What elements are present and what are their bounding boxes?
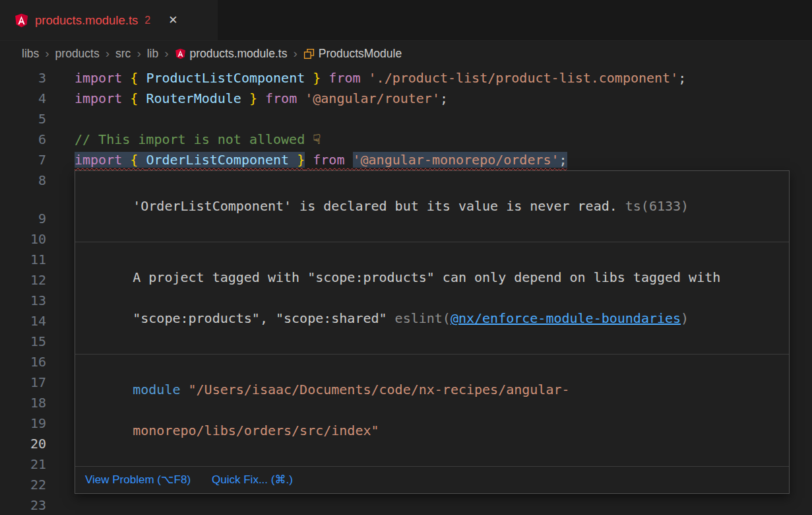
code-token: { — [130, 152, 146, 168]
line-content: // This import is not allowed ☟ — [55, 129, 321, 150]
hover-ts-diagnostic: 'OrderListComponent' is declared but its… — [75, 171, 789, 242]
code-line-3[interactable]: 3import { ProductListComponent } from '.… — [0, 68, 812, 88]
code-token: ; — [678, 70, 686, 86]
lint-rule-link[interactable]: @nx/enforce-module-boundaries — [451, 310, 681, 326]
breadcrumb-item-products[interactable]: products — [55, 47, 100, 61]
code-token — [305, 152, 313, 168]
chevron-right-icon: › — [163, 46, 170, 61]
line-content — [55, 495, 75, 515]
line-content: import { ProductListComponent } from './… — [55, 68, 686, 88]
line-number[interactable]: 6 — [0, 129, 55, 150]
lint-source-prefix: eslint( — [395, 310, 451, 326]
tab-problem-count: 2 — [144, 15, 150, 26]
line-content — [55, 209, 75, 229]
chevron-right-icon: › — [44, 46, 50, 61]
code-token: from — [313, 152, 344, 168]
code-token — [361, 70, 369, 86]
line-content: import { RouterModule } from '@angular/r… — [55, 88, 448, 109]
code-line-5[interactable]: 5 — [0, 109, 812, 129]
line-number[interactable]: 17 — [0, 372, 55, 393]
tab-close-button[interactable]: ✕ — [165, 12, 181, 28]
tab-products-module[interactable]: products.module.ts 2 ✕ — [0, 0, 218, 40]
code-token — [257, 90, 265, 106]
code-token: ; — [559, 152, 567, 168]
lint-source-suffix: ) — [681, 310, 689, 326]
module-path-line2: monorepo/libs/orders/src/index" — [133, 423, 379, 438]
line-number[interactable]: 14 — [0, 311, 55, 331]
breadcrumb-item-symbol[interactable]: ProductsModule — [303, 47, 402, 61]
breadcrumb-label: src — [115, 47, 131, 61]
line-number[interactable]: 8 — [0, 170, 55, 191]
line-number[interactable]: 20 — [0, 434, 55, 454]
line-content — [55, 229, 75, 250]
code-token: { — [130, 70, 146, 86]
code-token: '@angular/router' — [305, 90, 440, 106]
tab-bar: products.module.ts 2 ✕ — [0, 0, 812, 41]
line-number[interactable]: 4 — [0, 88, 55, 109]
line-number[interactable]: 23 — [0, 495, 55, 515]
ts-diagnostic-code: ts(6133) — [625, 198, 689, 214]
code-token: RouterModule — [146, 90, 241, 106]
line-content: import { OrderListComponent } from '@ang… — [55, 150, 567, 170]
line-number[interactable]: 11 — [0, 250, 55, 270]
line-content — [55, 270, 75, 291]
line-number[interactable]: 21 — [0, 454, 55, 475]
angular-icon — [15, 13, 28, 28]
breadcrumb-label: lib — [147, 47, 159, 61]
module-keyword: module — [133, 382, 180, 397]
breadcrumb-item-file[interactable]: products.module.ts — [175, 47, 288, 61]
hover-module-info: module "/Users/isaac/Documents/code/nx-r… — [75, 355, 789, 467]
line-number[interactable]: 22 — [0, 475, 55, 495]
line-number[interactable]: 5 — [0, 109, 55, 129]
code-token: import — [75, 70, 130, 86]
code-token: } — [305, 70, 321, 86]
breadcrumb-item-src[interactable]: src — [115, 47, 131, 61]
line-number[interactable]: 10 — [0, 229, 55, 250]
code-token — [297, 90, 305, 106]
line-number[interactable]: 7 — [0, 150, 55, 170]
breadcrumb-label: ProductsModule — [319, 47, 402, 61]
line-number[interactable]: 19 — [0, 413, 55, 434]
code-token — [321, 70, 328, 86]
line-number[interactable]: 18 — [0, 393, 55, 413]
code-token: ☟ — [313, 131, 321, 147]
chevron-right-icon: › — [292, 46, 298, 61]
chevron-right-icon: › — [104, 46, 111, 61]
code-line-23[interactable]: 23 — [0, 495, 812, 515]
line-content — [55, 291, 75, 311]
line-content — [55, 109, 75, 129]
line-content — [55, 250, 75, 270]
line-number[interactable]: 15 — [0, 331, 55, 352]
code-token — [344, 152, 352, 168]
line-number[interactable]: 12 — [0, 270, 55, 291]
line-content — [55, 170, 75, 191]
angular-icon — [175, 48, 186, 59]
code-token: } — [289, 152, 305, 168]
module-path-line1: "/Users/isaac/Documents/code/nx-recipes/… — [181, 382, 570, 397]
symbol-class-icon — [303, 48, 315, 59]
breadcrumb-label: libs — [22, 47, 39, 61]
code-token: // This import is not allowed — [75, 131, 313, 147]
code-token: from — [328, 70, 360, 86]
view-problem-action[interactable]: View Problem (⌥F8) — [85, 473, 191, 487]
line-number[interactable]: 16 — [0, 352, 55, 372]
code-token: } — [241, 90, 257, 106]
code-line-7[interactable]: 7import { OrderListComponent } from '@an… — [0, 150, 812, 170]
breadcrumb-item-lib[interactable]: lib — [147, 47, 159, 61]
ts-diagnostic-message: 'OrderListComponent' is declared but its… — [133, 198, 617, 214]
line-number[interactable]: 13 — [0, 291, 55, 311]
hover-actions: View Problem (⌥F8) Quick Fix... (⌘.) — [75, 467, 789, 493]
line-number[interactable]: 3 — [0, 68, 55, 88]
code-token: '@angular-monorepo/orders' — [353, 152, 559, 168]
breadcrumb: libs › products › src › lib › products.m… — [0, 41, 812, 66]
code-token: ProductListComponent — [146, 70, 305, 86]
code-token: { — [130, 90, 146, 106]
hover-lint-diagnostic: A project tagged with "scope:products" c… — [75, 242, 789, 355]
code-token: import — [75, 152, 130, 168]
code-line-6[interactable]: 6// This import is not allowed ☟ — [0, 129, 812, 150]
lint-message-line2: "scope:products", "scope:shared" — [133, 310, 394, 326]
line-number[interactable]: 9 — [0, 209, 55, 229]
breadcrumb-item-libs[interactable]: libs — [22, 47, 39, 61]
code-line-4[interactable]: 4import { RouterModule } from '@angular/… — [0, 88, 812, 109]
quick-fix-action[interactable]: Quick Fix... (⌘.) — [212, 473, 293, 487]
